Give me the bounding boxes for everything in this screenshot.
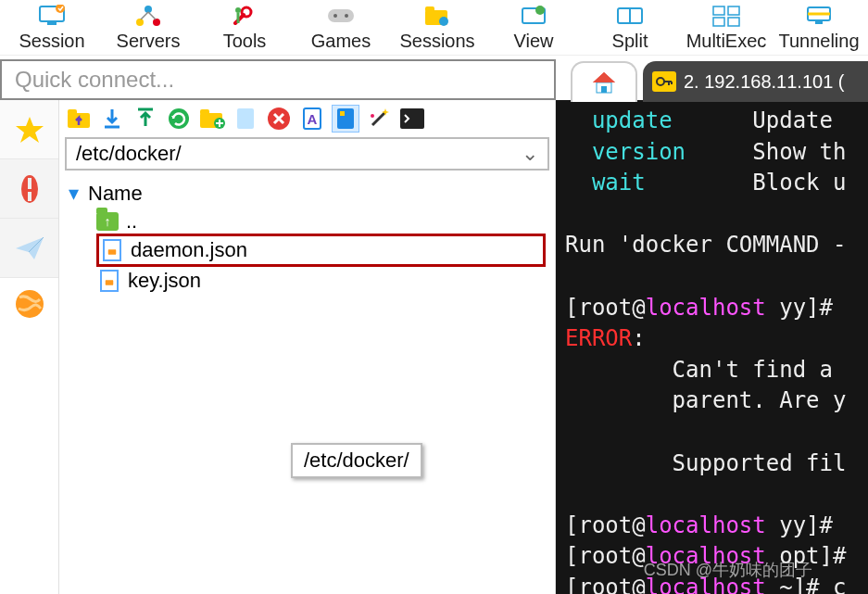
- svg-text:A: A: [308, 111, 318, 127]
- svg-rect-29: [28, 192, 31, 201]
- parent-folder-row[interactable]: ↑ ..: [96, 209, 546, 234]
- tab-home[interactable]: [571, 61, 637, 102]
- svg-rect-1: [47, 22, 57, 25]
- tunneling-icon: [804, 3, 834, 29]
- tab-label: 2. 192.168.11.101 (: [684, 71, 844, 93]
- svg-point-15: [535, 6, 545, 15]
- toolbar-label: MultiExec: [686, 31, 767, 52]
- path-text: /etc/docker/: [76, 142, 182, 166]
- side-tab-send[interactable]: [0, 219, 58, 278]
- ft-edit-button[interactable]: A: [298, 105, 326, 133]
- toolbar-label: View: [514, 31, 554, 52]
- svg-rect-44: [340, 111, 345, 116]
- knife-icon: [16, 173, 44, 205]
- ft-properties-button[interactable]: [332, 105, 359, 133]
- toolbar-multiexec[interactable]: MultiExec: [678, 3, 774, 52]
- file-browser: A /etc/docker/ ⌄ ▾ Name ↑ .. daemon.json: [59, 100, 556, 594]
- svg-rect-28: [28, 178, 31, 189]
- toolbar-games[interactable]: Games: [293, 3, 389, 52]
- ft-wand-button[interactable]: [365, 105, 393, 133]
- svg-rect-19: [728, 6, 739, 15]
- column-label: Name: [88, 182, 143, 206]
- monitor-icon: [37, 3, 67, 29]
- svg-rect-8: [328, 9, 354, 22]
- file-toolbar: A: [59, 100, 555, 137]
- ft-refresh-button[interactable]: [165, 105, 193, 133]
- terminal-output[interactable]: update Update version Show th wait Block…: [556, 100, 868, 594]
- side-tab-tools[interactable]: [0, 159, 58, 219]
- svg-rect-12: [425, 6, 434, 12]
- toolbar-tunneling[interactable]: Tunneling: [774, 3, 863, 52]
- toolbar-split[interactable]: Split: [582, 3, 678, 52]
- file-row[interactable]: daemon.json: [96, 234, 546, 267]
- network-icon: [133, 3, 163, 29]
- quick-connect-input[interactable]: Quick connect...: [0, 59, 556, 100]
- main-toolbar: Session Servers Tools Games Sessions Vie…: [0, 0, 868, 56]
- svg-point-7: [235, 7, 241, 13]
- file-name: daemon.json: [131, 238, 247, 262]
- tools-icon: [230, 3, 259, 29]
- column-header-name[interactable]: ▾ Name: [69, 178, 546, 209]
- svg-rect-25: [601, 86, 607, 93]
- svg-rect-20: [713, 18, 724, 26]
- ft-terminal-button[interactable]: [398, 105, 426, 133]
- svg-rect-18: [713, 6, 724, 15]
- toolbar-tools[interactable]: Tools: [196, 3, 293, 52]
- side-tab-globe[interactable]: [0, 278, 58, 330]
- toolbar-label: Session: [19, 31, 84, 52]
- toolbar-label: Tunneling: [778, 31, 859, 52]
- svg-rect-23: [815, 21, 823, 24]
- key-icon: [652, 71, 676, 92]
- svg-point-4: [136, 19, 144, 26]
- side-tab-strip: [0, 100, 59, 594]
- svg-point-10: [345, 14, 348, 18]
- view-icon: [519, 3, 548, 29]
- svg-rect-37: [200, 109, 209, 115]
- toolbar-label: Split: [612, 31, 648, 52]
- ft-newfolder-button[interactable]: [198, 105, 226, 133]
- svg-rect-46: [400, 108, 424, 129]
- ft-delete-button[interactable]: [265, 105, 293, 133]
- ft-up-button[interactable]: [65, 105, 93, 133]
- toolbar-session[interactable]: Session: [4, 3, 100, 52]
- parent-label: ..: [126, 209, 137, 234]
- svg-point-5: [153, 19, 160, 26]
- svg-rect-43: [337, 108, 354, 129]
- ft-download-button[interactable]: [98, 105, 126, 133]
- ft-newfile-button[interactable]: [232, 105, 259, 133]
- folder-gear-icon: [422, 3, 452, 29]
- svg-point-9: [333, 14, 337, 18]
- toolbar-label: Servers: [117, 31, 181, 52]
- svg-point-6: [242, 7, 251, 17]
- star-icon: [14, 114, 45, 145]
- tab-strip: Quick connect... 2. 192.168.11.101 (: [0, 59, 868, 100]
- file-row[interactable]: key.json: [96, 267, 546, 295]
- svg-rect-39: [237, 108, 254, 129]
- svg-rect-21: [728, 18, 739, 26]
- toolbar-view[interactable]: View: [485, 3, 582, 52]
- tab-session-active[interactable]: 2. 192.168.11.101 (: [643, 61, 868, 102]
- svg-point-3: [145, 6, 152, 13]
- home-icon: [590, 70, 618, 95]
- svg-rect-32: [68, 109, 77, 115]
- split-icon: [615, 3, 645, 29]
- paper-plane-icon: [14, 234, 45, 262]
- folder-up-icon: ↑: [96, 212, 119, 231]
- toolbar-label: Games: [311, 31, 371, 52]
- file-tree: ▾ Name ↑ .. daemon.json key.json: [59, 171, 555, 302]
- file-name: key.json: [128, 269, 201, 293]
- triangle-down-icon: ▾: [69, 182, 79, 206]
- toolbar-servers[interactable]: Servers: [100, 3, 196, 52]
- watermark: CSDN @牛奶味的团子: [644, 559, 812, 581]
- toolbar-label: Sessions: [399, 31, 474, 52]
- side-tab-favorites[interactable]: [0, 100, 58, 159]
- multiexec-icon: [711, 3, 741, 29]
- chevron-down-icon: ⌄: [522, 142, 538, 166]
- gamepad-icon: [326, 3, 356, 29]
- svg-point-30: [16, 290, 44, 318]
- toolbar-sessions[interactable]: Sessions: [389, 3, 485, 52]
- file-edit-icon: [100, 270, 119, 292]
- toolbar-label: Tools: [223, 31, 267, 52]
- ft-upload-button[interactable]: [132, 105, 159, 133]
- path-bar[interactable]: /etc/docker/ ⌄: [65, 137, 549, 171]
